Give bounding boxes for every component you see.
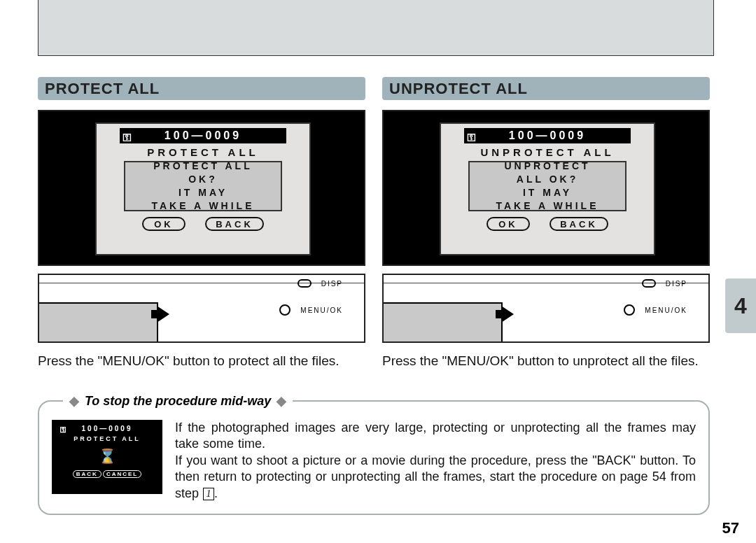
protect-dialog: PROTECT ALL OK? IT MAY TAKE A WHILE xyxy=(124,161,282,211)
protect-ok-button[interactable]: OK xyxy=(142,217,186,231)
unprotect-header-text: UNPROTECT ALL xyxy=(389,80,528,98)
protect-dialog-line1: PROTECT ALL xyxy=(153,160,252,173)
protect-dialog-line4: TAKE A WHILE xyxy=(151,199,254,213)
unprotect-lcd-inner: ⚿ 100—0009 UNPROTECT ALL UNPROTECT ALL O… xyxy=(440,122,655,255)
unprotect-back-button[interactable]: BACK xyxy=(550,217,608,231)
unprotect-header: UNPROTECT ALL xyxy=(382,77,710,100)
unprotect-instruction: Press the "MENU/OK" button to unprotect … xyxy=(382,353,710,369)
unprotect-dialog: UNPROTECT ALL OK? IT MAY TAKE A WHILE xyxy=(468,161,626,211)
protect-lcd-screen: ⚿ 100—0009 PROTECT ALL PROTECT ALL OK? I… xyxy=(38,110,365,266)
menu-ok-button-icon xyxy=(279,304,290,316)
diamond-icon: ◆ xyxy=(69,394,79,408)
unprotect-file-number: 100—0009 xyxy=(509,129,586,141)
protect-section: PROTECT ALL ⚿ 100—0009 PROTECT ALL PROTE… xyxy=(38,77,365,369)
key-icon: ⚿ xyxy=(122,130,132,146)
mini-lcd: ⚿ 100—0009 PROTECT ALL ⌛ BACK CANCEL xyxy=(52,420,162,494)
tip-box: ◆ To stop the procedure mid-way ◆ ⚿ 100—… xyxy=(38,400,710,515)
protect-lcd-inner: ⚿ 100—0009 PROTECT ALL PROTECT ALL OK? I… xyxy=(95,122,311,255)
key-icon: ⚿ xyxy=(60,425,66,435)
menu-ok-button-icon xyxy=(624,304,635,316)
mini-file-number-bar: ⚿ 100—0009 xyxy=(59,424,155,434)
menu-ok-label: MENU/OK xyxy=(300,306,343,314)
unprotect-dialog-line4: TAKE A WHILE xyxy=(496,199,598,213)
key-icon: ⚿ xyxy=(467,130,476,146)
tip-title-text: To stop the procedure mid-way xyxy=(85,394,271,408)
protect-dialog-line2: OK? xyxy=(188,173,218,186)
unprotect-section: UNPROTECT ALL ⚿ 100—0009 UNPROTECT ALL U… xyxy=(382,77,710,369)
tip-text-1: If the photographed images are very larg… xyxy=(175,421,696,451)
unprotect-ok-button[interactable]: OK xyxy=(486,217,530,231)
disp-label: DISP xyxy=(666,280,687,288)
unprotect-dialog-line2: ALL OK? xyxy=(517,173,578,186)
tip-text-2b: . xyxy=(214,486,218,500)
protect-screen-title: PROTECT ALL xyxy=(97,146,309,158)
disp-button-icon xyxy=(298,279,312,288)
unprotect-camera-illustration: DISP MENU/OK xyxy=(382,274,710,343)
unprotect-file-number-bar: ⚿ 100—0009 xyxy=(464,128,631,143)
unprotect-screen-title: UNPROTECT ALL xyxy=(441,146,654,158)
mini-back-button: BACK xyxy=(73,470,102,478)
arrow-right-icon xyxy=(501,306,514,323)
arrow-right-icon xyxy=(157,306,169,323)
mini-file-number: 100—0009 xyxy=(82,425,133,432)
disp-label: DISP xyxy=(321,280,343,288)
hourglass-icon: ⌛ xyxy=(59,448,155,465)
disp-button-icon xyxy=(642,279,656,288)
menu-ok-label: MENU/OK xyxy=(645,306,687,314)
protect-instruction: Press the "MENU/OK" button to protect al… xyxy=(38,353,365,369)
chapter-tab: 4 xyxy=(725,278,756,333)
protect-header-text: PROTECT ALL xyxy=(45,80,160,98)
unprotect-lcd-screen: ⚿ 100—0009 UNPROTECT ALL UNPROTECT ALL O… xyxy=(382,110,710,266)
tip-text-2a: If you want to shoot a picture or a movi… xyxy=(175,453,696,500)
mini-cancel-button: CANCEL xyxy=(103,470,141,478)
protect-back-button[interactable]: BACK xyxy=(205,217,264,231)
step-number-box: 1 xyxy=(203,488,214,500)
diamond-icon: ◆ xyxy=(276,394,286,408)
protect-header: PROTECT ALL xyxy=(38,77,365,100)
protect-file-number-bar: ⚿ 100—0009 xyxy=(120,128,286,143)
tip-text: If the photographed images are very larg… xyxy=(175,420,696,502)
unprotect-dialog-line3: IT MAY xyxy=(523,186,572,199)
protect-file-number: 100—0009 xyxy=(164,129,241,141)
mini-screen-title: PROTECT ALL xyxy=(59,435,155,442)
top-header-bar xyxy=(38,0,714,56)
protect-dialog-line3: IT MAY xyxy=(178,186,227,199)
page-number: 57 xyxy=(722,519,739,537)
unprotect-dialog-line1: UNPROTECT xyxy=(504,160,590,173)
tip-title: ◆ To stop the procedure mid-way ◆ xyxy=(63,393,293,409)
protect-camera-illustration: DISP MENU/OK xyxy=(38,274,365,343)
